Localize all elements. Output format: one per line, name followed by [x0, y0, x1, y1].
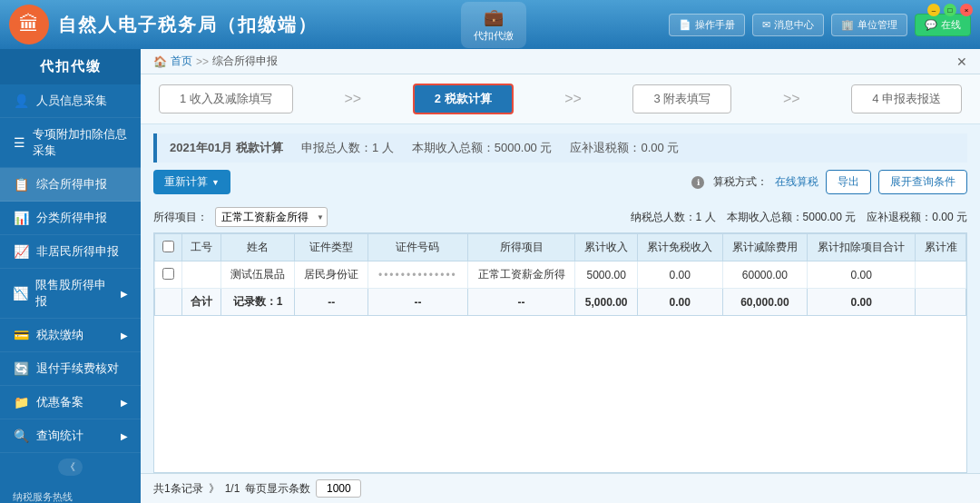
info-icon: ℹ [691, 176, 704, 189]
sidebar-label-refund: 退付手续费核对 [36, 360, 119, 377]
sidebar-label-personnel: 人员信息采集 [36, 93, 107, 109]
app-logo: 🏛 [9, 5, 49, 44]
sidebar-label-comprehensive: 综合所得申报 [36, 176, 107, 192]
sidebar-label-special-deduction: 专项附加扣除信息采集 [33, 126, 128, 159]
header-cum-income: 累计收入 [575, 234, 637, 261]
main-layout: 代扣代缴 👤 人员信息采集 ☰ 专项附加扣除信息采集 📋 综合所得申报 📊 分类… [0, 49, 980, 503]
row-cum-tax-free: 0.00 [637, 261, 722, 289]
sidebar-item-comprehensive[interactable]: 📋 综合所得申报 [0, 168, 141, 202]
title-center: 💼 代扣代缴 [318, 2, 669, 48]
header-checkbox-cell [155, 234, 182, 261]
step-4-button[interactable]: 4 申报表报送 [851, 84, 962, 113]
comprehensive-icon: 📋 [13, 177, 29, 192]
table-row: 测试伍晨品 居民身份证 •••••••••••••• 正常工资薪金所得 5000… [155, 261, 966, 289]
header-income-type: 所得项目 [467, 234, 575, 261]
special-deduction-icon: ☰ [13, 135, 25, 150]
maximize-button[interactable]: □ [944, 4, 956, 16]
step-1-item: 1 收入及减除填写 [159, 84, 293, 113]
period-income: 本期收入总额：5000.00 元 [727, 210, 857, 225]
unit-mgmt-button[interactable]: 🏢 单位管理 [831, 14, 907, 36]
data-table-wrapper: 工号 姓名 证件类型 证件号码 所得项目 累计收入 累计免税收入 累计减除费用 … [153, 232, 967, 473]
row-cum-income: 5000.00 [575, 261, 637, 289]
refund-icon: 🔄 [13, 361, 29, 376]
personnel-icon: 👤 [13, 94, 29, 108]
online-label: 在线 [941, 18, 961, 32]
message-icon: ✉ [762, 19, 770, 31]
sidebar-label-tax-payment: 税款缴纳 [36, 327, 83, 343]
header-cum-deduction: 累计减除费用 [722, 234, 808, 261]
tax-method-prefix: 算税方式： [713, 174, 768, 190]
footer-cum-tax-free: 0.00 [637, 289, 722, 316]
sidebar-item-special-deduction[interactable]: ☰ 专项附加扣除信息采集 [0, 118, 141, 168]
footer-dash2: -- [368, 289, 467, 316]
footer-cum-deduction: 60,000.00 [722, 289, 808, 316]
sidebar-item-classified[interactable]: 📊 分类所得申报 [0, 202, 141, 235]
pagination-page-size-label: 每页显示条数 [245, 481, 310, 497]
content-area: 🏠 首页 >> 综合所得申报 ✕ 1 收入及减除填写 >> 2 税款计算 >> [141, 49, 980, 503]
window-controls: – □ × [927, 4, 973, 16]
recalc-button[interactable]: 重新计算 ▼ [153, 170, 230, 194]
close-window-button[interactable]: × [960, 4, 973, 16]
preferential-arrow: ▶ [121, 398, 128, 408]
sidebar-collapse-button[interactable]: 《 [58, 459, 83, 476]
filter-right: 纳税总人数：1 人 本期收入总额：5000.00 元 应补退税额：0.00 元 [631, 210, 967, 225]
tax-method-display: ℹ 算税方式： 在线算税 导出 展开查询条件 [691, 170, 967, 194]
export-button[interactable]: 导出 [826, 170, 871, 194]
online-icon: 💬 [925, 19, 937, 31]
pagination-separator: 》 [209, 481, 220, 497]
unit-icon: 🏢 [841, 19, 854, 31]
page-size-input[interactable] [316, 479, 361, 498]
footer-cum-income: 5,000.00 [575, 289, 637, 316]
online-button[interactable]: 💬 在线 [915, 14, 971, 36]
row-name: 测试伍晨品 [221, 261, 295, 289]
period-refund: 应补退税额：0.00 元 [867, 210, 967, 225]
pagination-page: 1/1 [225, 482, 240, 495]
sidebar-header: 代扣代缴 [0, 49, 141, 84]
sidebar-item-refund[interactable]: 🔄 退付手续费核对 [0, 352, 141, 386]
sidebar-item-preferential[interactable]: 📁 优惠备案 ▶ [0, 386, 141, 419]
header-cum-project: 累计扣除项目合计 [808, 234, 916, 261]
income-type-select[interactable]: 正常工资薪金所得 [215, 207, 328, 227]
sidebar-item-query[interactable]: 🔍 查询统计 ▶ [0, 419, 141, 453]
sidebar-label-classified: 分类所得申报 [36, 210, 107, 226]
step-1-button[interactable]: 1 收入及减除填写 [159, 84, 293, 113]
sidebar-item-personnel[interactable]: 👤 人员信息采集 [0, 84, 141, 118]
sidebar-item-restricted-stock[interactable]: 📉 限售股所得申报 ▶ [0, 269, 141, 319]
message-button[interactable]: ✉ 消息中心 [752, 14, 824, 36]
step-1-label: 1 收入及减除填写 [180, 92, 272, 105]
footer-cum-project: 0.00 [808, 289, 916, 316]
income-type-label: 所得项目： [153, 210, 208, 225]
home-icon: 🏠 [153, 55, 167, 68]
sidebar-item-tax-payment[interactable]: 💳 税款缴纳 ▶ [0, 319, 141, 352]
breadcrumb-home[interactable]: 首页 [171, 54, 192, 69]
sidebar-item-nonresident[interactable]: 📈 非居民所得申报 [0, 235, 141, 269]
step-3-button[interactable]: 3 附表填写 [632, 84, 731, 113]
select-all-checkbox[interactable] [162, 241, 174, 252]
minimize-button[interactable]: – [927, 4, 940, 16]
dakou-label: 代扣代缴 [474, 29, 514, 43]
preferential-icon: 📁 [13, 395, 29, 409]
header-id: 工号 [182, 234, 221, 261]
step-4-label: 4 申报表报送 [872, 92, 941, 105]
pagination-total: 共1条记录 [153, 481, 203, 497]
section-report-count: 申报总人数：1 人 [301, 140, 394, 156]
sidebar-bottom: 纳税服务热线 12366 [0, 481, 141, 503]
restricted-stock-icon: 📉 [13, 286, 28, 301]
step-arrow-3: >> [783, 91, 800, 107]
header-name: 姓名 [221, 234, 295, 261]
row-income-type: 正常工资薪金所得 [467, 261, 575, 289]
breadcrumb-current: 综合所得申报 [212, 54, 278, 69]
tax-payment-arrow: ▶ [121, 330, 128, 340]
manual-button[interactable]: 📄 操作手册 [669, 14, 745, 36]
row-id [182, 261, 221, 289]
row-checkbox[interactable] [162, 268, 174, 280]
data-table: 工号 姓名 证件类型 证件号码 所得项目 累计收入 累计免税收入 累计减除费用 … [154, 233, 966, 316]
expand-query-button[interactable]: 展开查询条件 [878, 170, 967, 194]
row-cum-project: 0.00 [808, 261, 916, 289]
dakou-icon: 💼 [484, 7, 504, 27]
footer-dash1: -- [295, 289, 368, 316]
dakou-button[interactable]: 💼 代扣代缴 [461, 2, 526, 48]
content-close-button[interactable]: ✕ [956, 54, 967, 69]
query-icon: 🔍 [13, 429, 29, 443]
step-2-button[interactable]: 2 税款计算 [413, 84, 514, 114]
